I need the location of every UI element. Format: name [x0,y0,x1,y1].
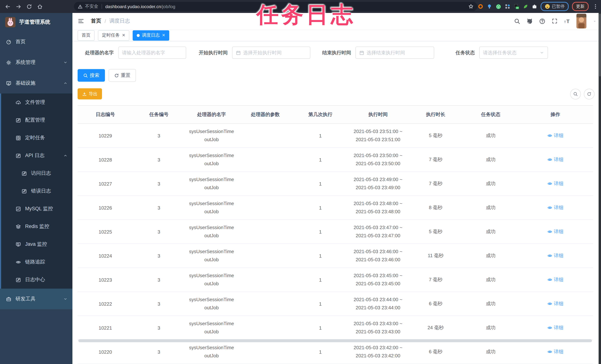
annotation-task-log-title: 任务日志 [256,0,355,30]
detail-link[interactable]: 详细 [547,276,563,283]
sidebar-item-14[interactable]: 研发工具 [0,289,72,309]
help-icon[interactable] [539,18,545,24]
forward-icon[interactable] [16,3,21,10]
sidebar-item-8[interactable]: 错误日志 [1,182,72,200]
chevron-up-icon [63,81,68,85]
tag-首页[interactable]: 首页 [78,30,95,41]
eye-icon [547,349,552,354]
horizontal-scrollbar[interactable] [78,339,592,342]
chrome-update-button[interactable]: 更新 [572,2,589,11]
detail-link[interactable]: 详细 [547,228,563,235]
screen-icon [16,242,21,247]
sidebar-item-5[interactable]: 定时任务 [1,129,72,147]
sidebar-item-10[interactable]: Redis 监控 [1,218,72,235]
bulb-icon[interactable] [486,4,492,9]
infrastructure-submenu: 文件管理 配置管理 定时任务 API 日志 访问日志 错误日志 MySQL 监控… [0,93,72,289]
on-badge-icon[interactable]: on [513,3,519,10]
detail-link[interactable]: 详细 [547,348,563,355]
eye-icon [547,181,552,186]
app-logo-row[interactable]: 芋道管理系统 [0,13,72,31]
svg-text:T: T [566,18,570,24]
eye-icon [547,229,552,234]
search-icon[interactable] [514,18,520,24]
v-circle-icon[interactable]: V [495,3,501,10]
table-row: 10228 3 sysUserSessionTimeoutJob 1 2021-… [78,148,593,172]
profile-paused-badge[interactable]: 已暂停 [541,2,569,11]
filter-select-input-3[interactable]: 请选择任务状态 [479,47,548,59]
reload-icon[interactable] [26,3,32,10]
detail-link[interactable]: 详细 [547,132,563,139]
sidebar-item-9[interactable]: MySQL 监控 [1,200,72,218]
reset-button[interactable]: 重置 [109,69,136,82]
grid-diamond-icon[interactable] [505,4,510,9]
export-button[interactable]: 导出 [78,88,102,99]
detail-link[interactable]: 详细 [547,324,563,331]
monitor-check-icon [6,80,11,86]
close-tag-icon[interactable]: ✕ [162,33,165,38]
table-row: 10225 3 sysUserSessionTimeoutJob 1 2021-… [78,220,593,244]
filter-date-input-2[interactable]: 选择结束执行时间 [355,47,434,59]
detail-link[interactable]: 详细 [547,156,563,163]
layers-icon [16,224,21,229]
sidebar-item-3[interactable]: 文件管理 [1,93,72,111]
sidebar-item-4[interactable]: 配置管理 [1,111,72,129]
kebab-menu-icon[interactable] [593,4,598,9]
font-size-icon[interactable]: TT [564,18,570,24]
detail-link[interactable]: 详细 [547,180,563,187]
edit-icon [16,277,21,283]
detail-link[interactable]: 详细 [547,204,563,211]
column-header: 任务编号 [133,105,185,124]
tag-调度日志[interactable]: 调度日志✕ [133,30,169,41]
home-icon[interactable] [37,3,43,10]
security-label[interactable]: 不安全 [85,3,98,10]
eye-icon [16,259,21,265]
status-text: 成功 [464,268,518,292]
breadcrumb-home[interactable]: 首页 [91,18,101,25]
table-row: 10226 3 sysUserSessionTimeoutJob 1 2021-… [78,196,593,220]
edit-icon [16,117,21,123]
sidebar-item-11[interactable]: Java 监控 [1,235,72,253]
sidebar-item-12[interactable]: 链路追踪 [1,253,72,271]
avatar[interactable] [576,14,586,29]
user-menu-caret-icon[interactable] [593,19,597,23]
divider [102,4,102,9]
filter-label: 处理器的名字 [85,49,114,56]
toggle-search-button[interactable] [570,89,581,99]
warning-icon [78,4,83,9]
filter-date-input-1[interactable]: 选择开始执行时间 [232,47,311,59]
eye-icon [547,157,552,162]
edit-icon [16,153,21,158]
breadcrumb-current: 调度日志 [109,18,130,25]
fullscreen-icon[interactable] [552,18,558,24]
github-icon[interactable] [527,18,533,24]
bookmark-star-icon[interactable] [468,4,474,9]
calendar-icon [359,50,364,55]
back-icon[interactable] [5,3,11,10]
chevron-up-icon [63,153,68,158]
page-scrollbar[interactable] [599,13,601,364]
sidebar-item-1[interactable]: 系统管理 [0,52,72,73]
close-tag-icon[interactable]: ✕ [122,33,125,38]
sidebar-item-6[interactable]: API 日志 [1,147,72,164]
orange-ring-icon[interactable] [478,4,483,9]
puzzle-icon[interactable] [531,4,537,9]
search-button[interactable]: 搜索 [78,69,105,82]
table-row: 10224 3 sysUserSessionTimeoutJob 1 2021-… [78,244,593,268]
eye-icon [547,253,552,258]
sidebar-item-2[interactable]: 基础设施 [0,73,72,93]
leaf-icon[interactable] [523,4,528,9]
sidebar-item-7[interactable]: 访问日志 [1,164,72,182]
detail-link[interactable]: 详细 [547,300,563,307]
tags-view-bar: 首页定时任务✕调度日志✕ [72,30,601,41]
collapse-sidebar-icon[interactable] [78,18,84,25]
sidebar-item-13[interactable]: 日志中心 [1,271,72,289]
emoji-face-icon [544,4,550,9]
detail-link[interactable]: 详细 [547,252,563,259]
tag-定时任务[interactable]: 定时任务✕ [98,30,129,41]
refresh-table-button[interactable] [584,89,594,99]
status-text: 成功 [464,244,518,268]
sidebar-item-0[interactable]: 首页 [0,31,72,52]
status-text: 成功 [464,196,518,220]
calendar-icon [236,50,241,55]
filter-text-input-0[interactable]: 请输入处理器的名字 [118,47,186,59]
